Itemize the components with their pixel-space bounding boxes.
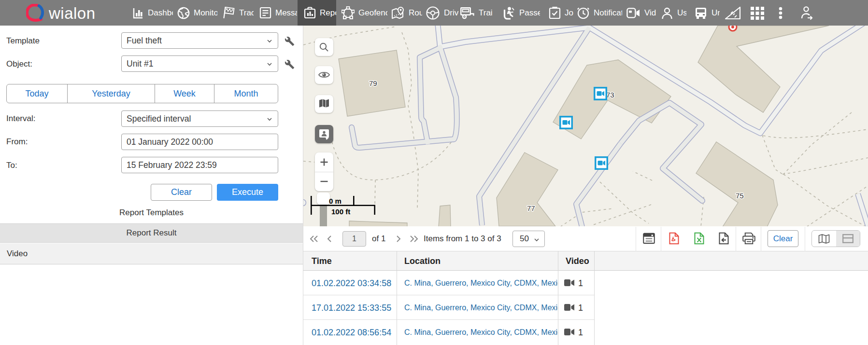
svg-text:75: 75 [736, 192, 744, 200]
svg-text:79: 79 [369, 79, 377, 87]
svg-text:73: 73 [606, 91, 614, 99]
svg-text:0 m: 0 m [329, 197, 342, 205]
svg-text:100 ft: 100 ft [331, 207, 350, 216]
svg-text:77: 77 [527, 204, 535, 212]
